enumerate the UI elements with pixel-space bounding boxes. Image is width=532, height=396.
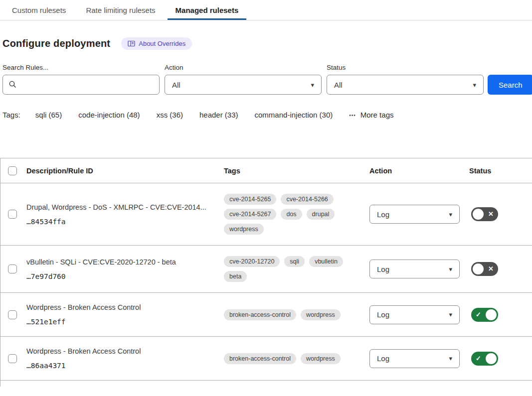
row-checkbox[interactable] xyxy=(8,310,17,319)
action-filter-value: All xyxy=(172,81,180,89)
rule-id: …521e1eff xyxy=(26,318,224,326)
toggle-knob xyxy=(486,309,497,320)
table-row: vBulletin - SQLi - CVE:CVE-2020-12720 - … xyxy=(0,246,532,293)
toggle-knob xyxy=(473,209,484,220)
ruleset-tabs: Custom rulesets Rate limiting rulesets M… xyxy=(0,0,532,20)
rule-id: …86aa4371 xyxy=(26,362,224,370)
toggle-state-icon: ✕ xyxy=(488,262,494,276)
rule-action-value: Log xyxy=(377,265,389,273)
rule-action-select[interactable]: Log ▾ xyxy=(369,260,460,278)
tag-filter-code-injection[interactable]: code-injection (48) xyxy=(78,111,140,119)
row-checkbox[interactable] xyxy=(8,264,17,273)
tag-filter-header[interactable]: header (33) xyxy=(199,111,238,119)
rule-status-toggle[interactable]: ✓ xyxy=(471,352,498,366)
badge-label: About Overrides xyxy=(139,40,185,47)
rule-action-select[interactable]: Log ▾ xyxy=(369,205,460,224)
rule-description: vBulletin - SQLi - CVE:CVE-2020-12720 - … xyxy=(26,258,224,266)
tag-pill: sqli xyxy=(284,256,305,267)
chevron-down-icon: ▾ xyxy=(449,211,452,218)
status-filter-select[interactable]: All ▾ xyxy=(327,75,484,95)
tag-pill: beta xyxy=(224,271,247,282)
rule-description: Wordpress - Broken Access Control xyxy=(26,347,224,355)
chevron-down-icon: ▾ xyxy=(449,266,452,272)
managed-rulesets-page: Configure deployment About Overrides Sea… xyxy=(0,37,532,387)
rule-tags: broken-access-controlwordpress xyxy=(224,309,369,320)
rule-action-value: Log xyxy=(377,354,389,363)
more-tags-button[interactable]: ••• More tags xyxy=(349,111,393,119)
rule-action-select[interactable]: Log ▾ xyxy=(369,349,460,368)
toggle-state-icon: ✕ xyxy=(488,207,494,221)
tag-pill: vbulletin xyxy=(309,256,343,267)
toggle-state-icon: ✓ xyxy=(476,308,481,322)
chevron-down-icon: ▾ xyxy=(449,311,452,318)
ellipsis-icon: ••• xyxy=(349,113,356,118)
tags-row: Tags: sqli (65) code-injection (48) xss … xyxy=(2,111,530,119)
rule-id: …7e97d760 xyxy=(26,272,224,280)
status-filter-value: All xyxy=(334,81,343,89)
table-tail xyxy=(0,381,532,387)
select-all-checkbox[interactable] xyxy=(8,166,17,175)
tag-pill: wordpress xyxy=(301,309,341,320)
tag-pill: cve-2014-5267 xyxy=(224,209,276,220)
tab-rate-limiting-rulesets[interactable]: Rate limiting rulesets xyxy=(86,0,155,20)
rule-action-value: Log xyxy=(377,310,389,319)
chevron-down-icon: ▾ xyxy=(311,82,314,88)
rule-status-toggle[interactable]: ✕ xyxy=(471,207,498,221)
table-header-row: Description/Rule ID Tags Action Status xyxy=(0,158,532,183)
tag-pill: wordpress xyxy=(301,353,341,364)
search-rules-input[interactable] xyxy=(2,75,160,95)
column-header-tags: Tags xyxy=(224,167,369,175)
rule-description: Drupal, Wordpress - DoS - XMLRPC - CVE:C… xyxy=(26,203,224,211)
tag-pill: wordpress xyxy=(224,224,264,235)
rule-status-toggle[interactable]: ✓ xyxy=(471,308,498,322)
table-row: Drupal, Wordpress - DoS - XMLRPC - CVE:C… xyxy=(0,183,532,246)
open-book-icon xyxy=(128,40,135,47)
tag-pill: broken-access-control xyxy=(224,309,296,320)
tag-pill: cve-2020-12720 xyxy=(224,256,280,267)
table-row: Wordpress - Broken Access Control …521e1… xyxy=(0,293,532,337)
column-header-status: Status xyxy=(469,167,532,175)
tag-filter-sqli[interactable]: sqli (65) xyxy=(35,111,62,119)
rule-action-value: Log xyxy=(377,210,389,219)
column-header-description: Description/Rule ID xyxy=(26,167,224,175)
rule-description: Wordpress - Broken Access Control xyxy=(26,303,224,311)
more-tags-label: More tags xyxy=(360,111,394,119)
action-filter-label: Action xyxy=(165,64,322,71)
tag-pill: broken-access-control xyxy=(224,353,296,364)
heading-row: Configure deployment About Overrides xyxy=(2,37,530,50)
tag-pill: drupal xyxy=(307,209,335,220)
tag-filter-xss[interactable]: xss (36) xyxy=(157,111,183,119)
tab-managed-rulesets[interactable]: Managed rulesets xyxy=(176,0,239,20)
toggle-knob xyxy=(486,353,497,364)
tag-pill: dos xyxy=(281,209,302,220)
table-row: Wordpress - Broken Access Control …86aa4… xyxy=(0,337,532,381)
rules-table: Description/Rule ID Tags Action Status D… xyxy=(0,158,532,387)
page-title: Configure deployment xyxy=(2,38,110,49)
about-overrides-badge[interactable]: About Overrides xyxy=(121,37,192,50)
rule-id: …84534ffa xyxy=(26,218,224,226)
chevron-down-icon: ▾ xyxy=(473,82,476,88)
toggle-knob xyxy=(473,264,484,274)
filter-row: Search Rules... Action All ▾ Status xyxy=(2,64,530,95)
search-rules-label: Search Rules... xyxy=(2,64,160,71)
tab-custom-rulesets[interactable]: Custom rulesets xyxy=(12,0,66,20)
tag-pill: cve-2014-5266 xyxy=(281,194,333,205)
status-filter-label: Status xyxy=(327,64,484,71)
chevron-down-icon: ▾ xyxy=(449,355,452,362)
tag-pill: cve-2014-5265 xyxy=(224,194,276,205)
column-header-action: Action xyxy=(369,167,469,175)
row-checkbox[interactable] xyxy=(8,210,17,219)
rule-action-select[interactable]: Log ▾ xyxy=(369,305,460,324)
rule-tags: cve-2020-12720sqlivbulletinbeta xyxy=(224,256,369,282)
rule-status-toggle[interactable]: ✕ xyxy=(471,262,498,276)
tag-filter-command-injection[interactable]: command-injection (30) xyxy=(255,111,333,119)
row-checkbox[interactable] xyxy=(8,354,17,363)
toggle-state-icon: ✓ xyxy=(476,352,481,366)
rule-tags: cve-2014-5265cve-2014-5266cve-2014-5267d… xyxy=(224,194,369,235)
action-filter-select[interactable]: All ▾ xyxy=(165,75,322,95)
search-button[interactable]: Search xyxy=(488,75,532,95)
rule-tags: broken-access-controlwordpress xyxy=(224,353,369,364)
tags-label: Tags: xyxy=(2,111,20,119)
